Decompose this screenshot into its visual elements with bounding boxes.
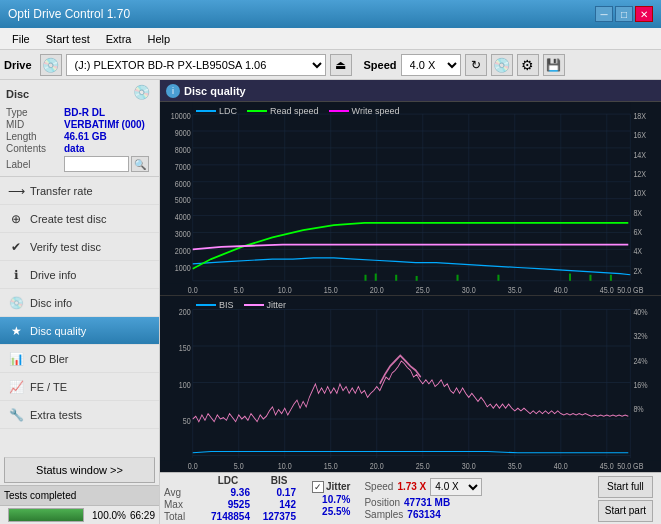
transfer-rate-label: Transfer rate — [30, 185, 93, 197]
total-row: Total 7148854 127375 — [164, 511, 302, 522]
sidebar-item-cd-bler[interactable]: 📊 CD Bler — [0, 345, 159, 373]
legend-ldc-label: LDC — [219, 106, 237, 116]
disc-btn[interactable]: 💿 — [491, 54, 513, 76]
svg-text:8%: 8% — [633, 404, 644, 415]
status-window-btn[interactable]: Status window >> — [4, 457, 155, 483]
svg-rect-63 — [610, 275, 612, 281]
maximize-button[interactable]: □ — [615, 6, 633, 22]
svg-text:20.0: 20.0 — [370, 460, 384, 471]
legend-jitter-label: Jitter — [267, 300, 287, 310]
svg-text:20.0: 20.0 — [370, 285, 385, 295]
svg-text:10X: 10X — [633, 189, 646, 199]
svg-text:100: 100 — [179, 379, 191, 390]
disc-contents-row: Contents data — [6, 143, 153, 154]
svg-text:1000: 1000 — [175, 264, 192, 274]
svg-text:0.0: 0.0 — [188, 285, 199, 295]
top-chart: LDC Read speed Write speed — [160, 102, 661, 296]
drive-info-icon: ℹ — [8, 267, 24, 283]
fe-te-label: FE / TE — [30, 381, 67, 393]
sidebar-item-create-test-disc[interactable]: ⊕ Create test disc — [0, 205, 159, 233]
app-title: Opti Drive Control 1.70 — [8, 7, 130, 21]
max-label: Max — [164, 499, 200, 510]
sidebar-item-drive-info[interactable]: ℹ Drive info — [0, 261, 159, 289]
svg-text:8000: 8000 — [175, 145, 192, 155]
disc-contents-val: data — [64, 143, 85, 154]
svg-text:9000: 9000 — [175, 128, 192, 138]
save-btn[interactable]: 💾 — [543, 54, 565, 76]
sidebar-bottom: Status window >> Tests completed 100.0% … — [0, 455, 159, 524]
legend-read-color — [247, 110, 267, 112]
disc-mid-key: MID — [6, 119, 64, 130]
legend-bis: BIS — [196, 300, 234, 310]
svg-text:25.0: 25.0 — [416, 460, 430, 471]
start-part-button[interactable]: Start part — [598, 500, 653, 522]
disc-type-row: Type BD-R DL — [6, 107, 153, 118]
bottom-chart-svg: 200 150 100 50 40% 32% 24% 16% 8% — [160, 296, 661, 472]
chart-icon: i — [166, 84, 180, 98]
disc-label-btn[interactable]: 🔍 — [131, 156, 149, 172]
samples-val: 763134 — [407, 509, 440, 520]
svg-text:3000: 3000 — [175, 230, 192, 240]
svg-text:10.0: 10.0 — [278, 460, 292, 471]
jitter-label: Jitter — [326, 481, 350, 492]
svg-rect-62 — [589, 275, 591, 281]
svg-rect-61 — [569, 274, 571, 281]
svg-text:7000: 7000 — [175, 162, 192, 172]
svg-text:50.0 GB: 50.0 GB — [617, 460, 644, 471]
avg-label: Avg — [164, 487, 200, 498]
disc-label-row: Label 🔍 — [6, 156, 153, 172]
svg-text:15.0: 15.0 — [324, 285, 339, 295]
speed-icon-btn[interactable]: ↻ — [465, 54, 487, 76]
titlebar: Opti Drive Control 1.70 ─ □ ✕ — [0, 0, 661, 28]
menu-help[interactable]: Help — [139, 31, 178, 47]
drive-select[interactable]: (J:) PLEXTOR BD-R PX-LB950SA 1.06 — [66, 54, 326, 76]
bis-header: BIS — [256, 475, 302, 486]
ldc-header: LDC — [200, 475, 256, 486]
minimize-button[interactable]: ─ — [595, 6, 613, 22]
sidebar-item-transfer-rate[interactable]: ⟶ Transfer rate — [0, 177, 159, 205]
svg-text:50: 50 — [183, 416, 191, 427]
svg-text:35.0: 35.0 — [508, 285, 523, 295]
menu-file[interactable]: File — [4, 31, 38, 47]
ldc-max: 9525 — [200, 499, 256, 510]
sidebar-item-extra-tests[interactable]: 🔧 Extra tests — [0, 401, 159, 429]
disc-length-val: 46.61 GB — [64, 131, 107, 142]
sidebar-item-verify-test-disc[interactable]: ✔ Verify test disc — [0, 233, 159, 261]
svg-text:30.0: 30.0 — [462, 460, 476, 471]
full-stats-row: LDC BIS Avg 9.36 0.17 Max 9525 142 — [160, 473, 661, 524]
legend-jitter: Jitter — [244, 300, 287, 310]
legend-jitter-color — [244, 304, 264, 306]
sidebar-item-disc-info[interactable]: 💿 Disc info — [0, 289, 159, 317]
eject-btn[interactable]: ⏏ — [330, 54, 352, 76]
chart-title: Disc quality — [184, 85, 246, 97]
start-full-button[interactable]: Start full — [598, 476, 653, 498]
speed-select[interactable]: 4.0 X — [401, 54, 461, 76]
speed-label: Speed — [364, 481, 393, 492]
disc-label-input[interactable] — [64, 156, 129, 172]
speed-dropdown[interactable]: 4.0 X — [430, 478, 482, 496]
menu-extra[interactable]: Extra — [98, 31, 140, 47]
window-controls: ─ □ ✕ — [595, 6, 653, 22]
disc-contents-key: Contents — [6, 143, 64, 154]
close-button[interactable]: ✕ — [635, 6, 653, 22]
verify-test-label: Verify test disc — [30, 241, 101, 253]
svg-text:4000: 4000 — [175, 213, 192, 223]
sidebar-status-bar: Tests completed — [0, 485, 159, 505]
progress-time: 66:29 — [130, 510, 155, 521]
menu-start-test[interactable]: Start test — [38, 31, 98, 47]
total-label: Total — [164, 511, 200, 522]
samples-label: Samples — [364, 509, 403, 520]
svg-text:5000: 5000 — [175, 196, 192, 206]
svg-text:4X: 4X — [633, 247, 642, 257]
bottom-area: LDC BIS Avg 9.36 0.17 Max 9525 142 — [160, 472, 661, 524]
jitter-checkbox[interactable]: ✓ — [312, 481, 324, 493]
legend-write-speed: Write speed — [329, 106, 400, 116]
sidebar-item-fe-te[interactable]: 📈 FE / TE — [0, 373, 159, 401]
chart-header: i Disc quality — [160, 80, 661, 102]
svg-text:6000: 6000 — [175, 179, 192, 189]
legend-bis-color — [196, 304, 216, 306]
settings-btn[interactable]: ⚙ — [517, 54, 539, 76]
legend-ldc-color — [196, 110, 216, 112]
svg-text:10000: 10000 — [171, 111, 191, 121]
sidebar-item-disc-quality[interactable]: ★ Disc quality — [0, 317, 159, 345]
